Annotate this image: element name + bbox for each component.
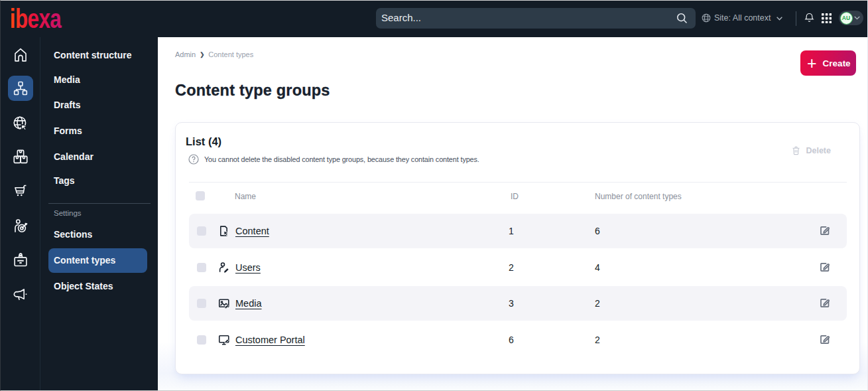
svg-text:ibexa: ibexa	[11, 8, 62, 31]
